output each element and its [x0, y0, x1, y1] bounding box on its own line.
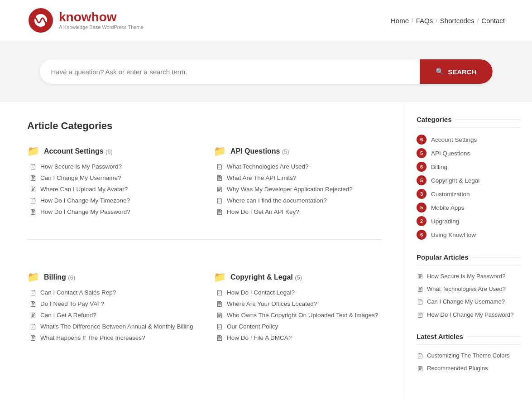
nav-home[interactable]: Home	[391, 17, 409, 24]
sidebar-item-account-settings[interactable]: 6 Account Settings	[417, 135, 521, 145]
sidebar-item-mobile-apps[interactable]: 5 Mobile Apps	[417, 203, 521, 213]
list-item[interactable]: 🖹 Where Can I Upload My Avatar?	[29, 185, 196, 194]
list-item[interactable]: 🖹 How Do I Change My Password?	[29, 208, 196, 217]
main-content: Article Categories 📁 Account Settings (6…	[0, 102, 532, 400]
sidebar-item-api-questions[interactable]: 5 API Questions	[417, 148, 521, 158]
list-item[interactable]: 🖹 How Do I Change My Password?	[417, 311, 521, 319]
search-button[interactable]: 🔍 SEARCH	[420, 59, 492, 84]
article-link: How Do I Change My Password?	[40, 208, 130, 217]
sidebar-cat-label-billing: Billing	[431, 164, 447, 170]
cat-badge-upgrading: 2	[417, 216, 427, 226]
sidebar-cat-label-customization: Customization	[431, 191, 470, 198]
articles-section: Article Categories 📁 Account Settings (6…	[0, 102, 405, 400]
category-count-copyright-legal: (5)	[295, 274, 302, 281]
doc-icon: 🖹	[417, 298, 423, 306]
list-item[interactable]: 🖹 What's The Difference Between Annual &…	[29, 323, 196, 331]
list-item[interactable]: 🖹 Our Content Policy	[216, 323, 382, 331]
list-item[interactable]: 🖹 Can I Get A Refund?	[29, 311, 196, 320]
cat-badge-billing: 6	[417, 162, 427, 172]
nav-sep-1: /	[412, 17, 413, 24]
list-item[interactable]: 🖹 What Happens If The Price Increases?	[29, 334, 196, 343]
article-link: Where Are Your Offices Located?	[227, 300, 317, 309]
nav-sep-2: /	[436, 17, 437, 24]
list-item[interactable]: 🖹 How Do I Contact Legal?	[216, 289, 382, 297]
list-item[interactable]: 🖹 Customizing The Theme Colors	[417, 352, 521, 360]
article-link: What Happens If The Price Increases?	[40, 334, 145, 343]
sidebar-cat-label-using-knowhow: Using KnowHow	[431, 232, 476, 238]
doc-icon: 🖹	[216, 186, 223, 194]
list-item[interactable]: 🖹 Do I Need To Pay VAT?	[29, 300, 196, 309]
list-item[interactable]: 🖹 How Do I Change My Timezone?	[29, 197, 196, 205]
sidebar-cat-label-api-questions: API Questions	[431, 150, 470, 157]
list-item[interactable]: 🖹 Where Are Your Offices Located?	[216, 300, 382, 309]
article-link: What's The Difference Between Annual & M…	[40, 323, 193, 331]
list-item[interactable]: 🖹 Can I Contact A Salés Rep?	[29, 289, 196, 297]
search-button-label: SEARCH	[448, 68, 476, 76]
sidebar-article-text: Can I Change My Username?	[427, 298, 505, 306]
article-link: How Do I Change My Timezone?	[40, 197, 130, 205]
main-nav: Home / FAQs / Shortcodes / Contact	[391, 17, 505, 24]
list-item[interactable]: 🖹 What Technologies Are Used?	[417, 285, 521, 293]
sidebar-item-customization[interactable]: 3 Customization	[417, 189, 521, 199]
doc-icon: 🖹	[216, 289, 223, 297]
search-input[interactable]	[40, 60, 420, 84]
cat-badge-api-questions: 5	[417, 148, 427, 158]
doc-icon: 🖹	[29, 163, 37, 171]
list-item[interactable]: 🖹 How Do I Get An API Key?	[216, 208, 382, 217]
list-item[interactable]: 🖹 Recommended Plugins	[417, 364, 521, 372]
article-list-account-settings: 🖹 How Secure Is My Password? 🖹 Can I Cha…	[27, 163, 196, 217]
category-header-copyright-legal: 📁 Copyright & Legal (5)	[214, 271, 382, 283]
folder-icon-billing: 📁	[27, 271, 39, 283]
nav-faqs[interactable]: FAQs	[416, 17, 433, 24]
list-item[interactable]: 🖹 What Technologies Are Used?	[216, 163, 382, 171]
sidebar-item-copyright-legal[interactable]: 5 Copyright & Legal	[417, 175, 521, 185]
list-item[interactable]: 🖹 Can I Change My Username?	[417, 298, 521, 306]
folder-icon-api-questions: 📁	[214, 145, 226, 157]
category-account-settings: 📁 Account Settings (6) 🖹 How Secure Is M…	[27, 145, 196, 217]
sidebar-item-upgrading[interactable]: 2 Upgrading	[417, 216, 521, 226]
category-billing: 📁 Billing (6) 🖹 Can I Contact A Salés Re…	[27, 271, 196, 343]
sidebar: Categories 6 Account Settings 5 API Ques…	[405, 102, 532, 400]
list-item[interactable]: 🖹 What Are The API Limits?	[216, 174, 382, 183]
doc-icon: 🖹	[29, 323, 37, 331]
article-link: How Secure Is My Password?	[40, 163, 122, 171]
cat-badge-using-knowhow: 6	[417, 230, 427, 240]
sidebar-article-text: What Technologies Are Used?	[427, 285, 506, 293]
row-divider	[27, 239, 382, 240]
sidebar-item-billing[interactable]: 6 Billing	[417, 162, 521, 172]
article-link: Our Content Policy	[227, 323, 278, 331]
site-header: knowhow A Knowledge Base WordPress Theme…	[0, 0, 532, 41]
folder-icon-account-settings: 📁	[27, 145, 39, 157]
cat-badge-account-settings: 6	[417, 135, 427, 145]
logo-text: knowhow A Knowledge Base WordPress Theme	[59, 11, 144, 30]
list-item[interactable]: 🖹 Why Was My Developer Application Rejec…	[216, 185, 382, 194]
list-item[interactable]: 🖹 Who Owns The Copyright On Uploaded Tex…	[216, 311, 382, 320]
doc-icon: 🖹	[216, 300, 223, 309]
sidebar-article-text: How Secure Is My Password?	[427, 272, 505, 280]
sidebar-popular-list: 🖹 How Secure Is My Password? 🖹 What Tech…	[417, 272, 521, 319]
list-item[interactable]: 🖹 How Secure Is My Password?	[29, 163, 196, 171]
nav-contact[interactable]: Contact	[481, 17, 505, 24]
doc-icon: 🖹	[29, 208, 37, 217]
svg-point-2	[33, 15, 36, 19]
list-item[interactable]: 🖹 How Do I File A DMCA?	[216, 334, 382, 343]
list-item[interactable]: 🖹 Can I Change My Username?	[29, 174, 196, 183]
logo[interactable]: knowhow A Knowledge Base WordPress Theme	[27, 7, 144, 34]
sidebar-item-using-knowhow[interactable]: 6 Using KnowHow	[417, 230, 521, 240]
sidebar-popular-title: Popular Articles	[417, 253, 521, 266]
article-link: Do I Need To Pay VAT?	[40, 300, 104, 309]
doc-icon: 🖹	[29, 300, 37, 309]
category-api-questions: 📁 API Questions (5) 🖹 What Technologies …	[214, 145, 382, 217]
sidebar-article-text: Customizing The Theme Colors	[427, 352, 509, 360]
folder-icon-copyright-legal: 📁	[214, 271, 226, 283]
article-link: Where can I find the documentation?	[227, 197, 327, 205]
logo-title: knowhow	[59, 11, 144, 24]
nav-shortcodes[interactable]: Shortcodes	[440, 17, 474, 24]
articles-section-title: Article Categories	[27, 120, 382, 132]
sidebar-popular-section: Popular Articles 🖹 How Secure Is My Pass…	[417, 253, 521, 319]
article-link: Where Can I Upload My Avatar?	[40, 185, 128, 194]
list-item[interactable]: 🖹 How Secure Is My Password?	[417, 272, 521, 280]
doc-icon: 🖹	[417, 285, 423, 293]
article-link: How Do I Get An API Key?	[227, 208, 299, 217]
list-item[interactable]: 🖹 Where can I find the documentation?	[216, 197, 382, 205]
